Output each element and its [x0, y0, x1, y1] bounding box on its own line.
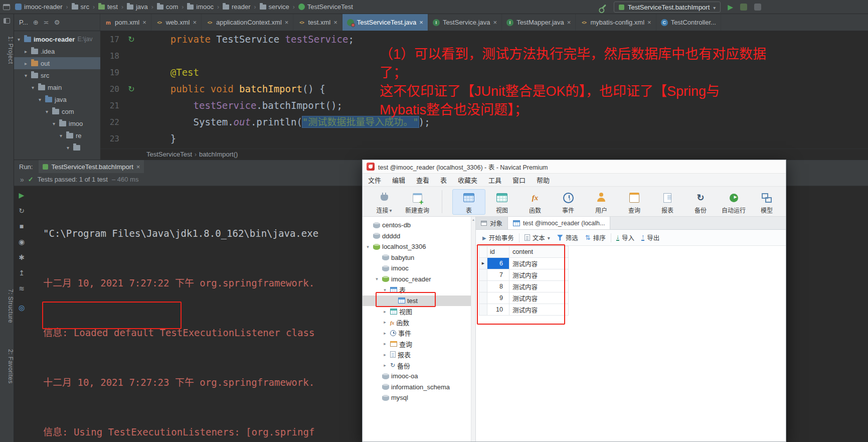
breadcrumb-service[interactable]: service [259, 0, 290, 14]
tab-pom-xml[interactable]: pom.xml [100, 14, 151, 31]
import-button[interactable]: 导入 [613, 232, 638, 244]
automation-button[interactable]: 自动运行 [717, 189, 750, 215]
tree-item-imooc[interactable]: imoo [14, 117, 100, 129]
close-icon[interactable] [419, 19, 423, 26]
locate-icon[interactable]: ⊕ [33, 19, 39, 26]
chevron-right-icon[interactable] [382, 363, 388, 368]
tab-test-controller[interactable]: TestController... [656, 14, 721, 31]
tree-item-schema[interactable]: babytun [363, 252, 475, 263]
connection-button[interactable]: 连接 [368, 189, 401, 215]
users-button[interactable]: 用户 [585, 189, 618, 215]
menu-help[interactable]: 帮助 [531, 174, 555, 187]
settings-button[interactable] [14, 253, 29, 261]
rerun-button[interactable] [14, 191, 29, 199]
menu-tools[interactable]: 工具 [483, 174, 507, 187]
breadcrumb-src[interactable]: src [71, 0, 90, 14]
tab-test-mapper[interactable]: TestMapper.java [502, 14, 576, 31]
sidebar-item-project[interactable]: 1: Project [0, 36, 14, 64]
sidebar-item-favorites[interactable]: 2: Favorites [0, 349, 14, 384]
tree-item-schema[interactable]: mysql [363, 392, 475, 403]
tab-mybatis-config[interactable]: mybatis-config.xml [576, 14, 656, 31]
chevron-down-icon[interactable] [365, 244, 371, 249]
close-icon[interactable] [647, 19, 651, 26]
chevron-right-icon[interactable] [382, 320, 388, 325]
run-test-gutter-icon[interactable] [126, 81, 136, 97]
stop-button[interactable] [14, 222, 29, 230]
tree-item-connection[interactable]: ddddd [363, 231, 475, 242]
backup-button[interactable]: 备份 [684, 189, 717, 215]
navicat-title-bar[interactable]: test @imooc_reader (localhost_3306) - 表 … [363, 160, 786, 174]
tree-item-clipped[interactable] [14, 141, 100, 154]
menu-table[interactable]: 表 [435, 174, 452, 187]
breadcrumb-imooc[interactable]: imooc [186, 0, 215, 14]
tree-item-schema-open[interactable]: imooc_reader [363, 274, 475, 285]
cell-content[interactable]: 测试内容 [509, 269, 569, 281]
column-header-id[interactable]: id [487, 246, 509, 258]
tab-test-table[interactable]: test @imooc_reader (localh... [508, 217, 610, 229]
export-button[interactable]: 导出 [638, 232, 663, 244]
breadcrumb-project[interactable]: imooc-reader [14, 0, 64, 14]
chevron-down-icon[interactable] [382, 287, 388, 292]
tree-item-tables-folder[interactable]: 表 [363, 284, 475, 296]
cell-id[interactable]: 10 [487, 304, 509, 316]
history-button[interactable] [14, 238, 29, 246]
query-button[interactable]: 查询 [618, 189, 651, 215]
code-editor[interactable]: 17 18 19 20 21 22 23 private TestService… [100, 31, 868, 149]
rerun-failed-button[interactable] [14, 207, 29, 215]
events-button[interactable]: 事件 [552, 189, 585, 215]
tree-item-out[interactable]: out [14, 57, 100, 69]
tab-application-context[interactable]: applicationContext.xml [202, 14, 293, 31]
column-header-content[interactable]: content [509, 246, 569, 258]
cell-id[interactable]: 7 [487, 269, 509, 281]
tree-item-backups-folder[interactable]: 备份 [363, 360, 475, 371]
close-icon[interactable] [285, 19, 289, 26]
tree-item-functions-folder[interactable]: 函数 [363, 317, 475, 328]
tab-web-xml[interactable]: web.xml [151, 14, 202, 31]
cell-content[interactable]: 测试内容 [509, 304, 569, 316]
sidebar-item-structure[interactable]: 7: Structure [0, 289, 14, 323]
cell-content[interactable]: 测试内容 [509, 281, 569, 292]
tree-item-events-folder[interactable]: 事件 [363, 328, 475, 339]
chevron-right-icon[interactable] [382, 352, 388, 357]
text-mode-button[interactable]: 文本 [521, 232, 554, 244]
new-query-button[interactable]: 新建查询 [401, 189, 434, 215]
close-icon[interactable] [333, 19, 337, 26]
tree-item-schema[interactable]: imooc-oa [363, 371, 475, 382]
collapse-all-icon[interactable]: ≍ [44, 19, 49, 26]
tree-item-schema[interactable]: imooc [363, 263, 475, 274]
breadcrumb-method[interactable]: batchImport() [199, 151, 238, 158]
run-test-gutter-icon[interactable] [126, 31, 136, 48]
close-icon[interactable] [493, 19, 497, 26]
views-button[interactable]: 视图 [485, 189, 518, 215]
cell-content[interactable]: 测试内容 [509, 292, 569, 304]
tree-item-views-folder[interactable]: 视图 [363, 306, 475, 317]
menu-window[interactable]: 窗口 [507, 174, 531, 187]
soft-wrap-button[interactable] [14, 284, 29, 292]
functions-button[interactable]: 函数 [518, 189, 552, 215]
tree-item-table-test[interactable]: test [363, 296, 475, 307]
pin-button[interactable] [14, 304, 29, 312]
expand-icon[interactable] [20, 176, 24, 184]
tree-item-reader[interactable]: re [14, 129, 100, 141]
breadcrumb-test[interactable]: test [97, 0, 119, 14]
breadcrumb-com[interactable]: com [156, 0, 180, 14]
chevron-right-icon[interactable] [382, 341, 388, 346]
tables-button[interactable]: 表 [452, 189, 485, 215]
tree-item-src[interactable]: src [14, 69, 100, 81]
scroll-up-button[interactable] [14, 269, 29, 277]
cell-id[interactable]: 8 [487, 281, 509, 292]
filter-button[interactable]: 筛选 [554, 232, 582, 244]
close-icon[interactable] [567, 19, 571, 26]
tree-item-reports-folder[interactable]: 报表 [363, 349, 475, 360]
tree-item-connection[interactable]: centos-db [363, 220, 475, 231]
begin-transaction-button[interactable]: 开始事务 [479, 232, 517, 244]
tree-item-schema[interactable]: information_schema [363, 382, 475, 393]
menu-view[interactable]: 查看 [411, 174, 435, 187]
menu-favorites[interactable]: 收藏夹 [452, 174, 483, 187]
close-icon[interactable] [142, 19, 146, 26]
cell-content[interactable]: 测试内容 [509, 258, 569, 269]
tree-scrollbar[interactable] [471, 217, 475, 441]
menu-edit[interactable]: 编辑 [387, 174, 411, 187]
chevron-right-icon[interactable] [382, 331, 388, 336]
sort-button[interactable]: 排序 [582, 232, 609, 244]
